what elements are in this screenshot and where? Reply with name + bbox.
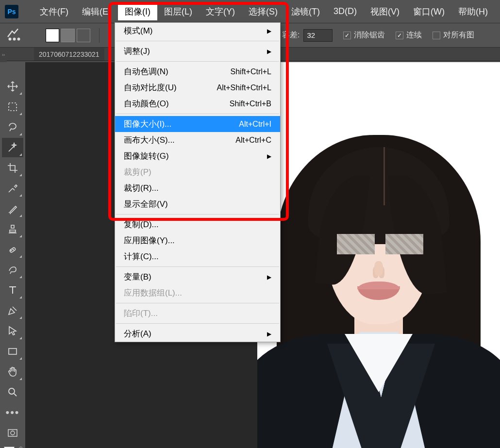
svg-rect-3 (9, 103, 17, 111)
panel-collapse-stub[interactable]: ›› (0, 48, 7, 62)
menu-item-label: 计算(C)... (124, 251, 159, 262)
checkbox-icon: ✓ (433, 32, 440, 39)
menubar: Ps 文件(F) 编辑(E) 图像(I) 图层(L) 文字(Y) 选择(S) 滤… (0, 0, 500, 23)
menu-item[interactable]: 计算(C)... (115, 249, 280, 265)
menu-item-label: 图像大小(I)... (124, 118, 171, 130)
menu-window[interactable]: 窗口(W) (406, 3, 451, 20)
menu-item-label: 图像旋转(G) (124, 150, 169, 162)
current-tool-icon[interactable] (5, 28, 22, 43)
menu-view[interactable]: 视图(V) (364, 3, 406, 20)
submenu-arrow-icon: ▶ (267, 48, 271, 55)
menu-item-label: 裁切(R)... (124, 183, 159, 194)
image-menu-dropdown: 模式(M)▶调整(J)▶自动色调(N)Shift+Ctrl+L自动对比度(U)A… (115, 22, 281, 342)
zoom-tool[interactable] (2, 382, 23, 402)
gradient-tool[interactable] (2, 260, 23, 280)
menu-item-label: 应用数据组(L)... (124, 287, 182, 299)
document-tab-title: 2017060712233021 (39, 50, 100, 58)
antialias-checkbox[interactable]: ✓ 消除锯齿 (343, 30, 385, 40)
divider (99, 28, 100, 43)
submenu-arrow-icon: ▶ (267, 153, 271, 160)
menu-item-shortcut: Shift+Ctrl+B (230, 100, 271, 108)
menu-item[interactable]: 模式(M)▶ (115, 23, 280, 39)
menu-item[interactable]: 裁切(R)... (115, 180, 280, 196)
toolbox: ••• ↶ (0, 74, 25, 448)
menu-item[interactable]: 自动对比度(U)Alt+Shift+Ctrl+L (115, 80, 280, 96)
menu-filter[interactable]: 滤镜(T) (284, 3, 327, 20)
censor-block-left (337, 234, 375, 254)
menu-item[interactable]: 自动颜色(O)Shift+Ctrl+B (115, 96, 280, 112)
menu-3d[interactable]: 3D(D) (327, 3, 364, 19)
eyedropper-tool[interactable] (2, 179, 23, 198)
quick-mask-toggle[interactable] (2, 423, 23, 443)
menu-item-label: 显示全部(V) (124, 199, 168, 210)
menu-item[interactable]: 应用图像(Y)... (115, 232, 280, 249)
checkbox-icon: ✓ (396, 32, 403, 39)
swatch-pattern[interactable] (61, 29, 75, 42)
menu-item[interactable]: 自动色调(N)Shift+Ctrl+L (115, 64, 280, 80)
svg-rect-9 (8, 430, 17, 436)
menu-select[interactable]: 选择(S) (242, 3, 284, 20)
contiguous-checkbox[interactable]: ✓ 连续 (396, 30, 422, 40)
path-selection-tool[interactable] (2, 321, 23, 341)
rectangle-tool[interactable] (2, 342, 23, 361)
swatch-pattern2[interactable] (77, 29, 90, 42)
menu-item-label: 分析(A) (124, 328, 151, 339)
svg-rect-7 (9, 348, 17, 354)
fill-swatches (46, 29, 90, 42)
menu-item-label: 变量(B) (124, 271, 151, 282)
type-tool[interactable] (2, 281, 23, 300)
antialias-label: 消除锯齿 (354, 30, 385, 40)
menu-separator (116, 323, 279, 324)
contiguous-label: 连续 (406, 30, 422, 40)
svg-point-10 (11, 431, 15, 435)
hand-tool[interactable] (2, 362, 23, 382)
brush-tool[interactable] (2, 199, 23, 218)
menu-item[interactable]: 图像旋转(G)▶ (115, 148, 280, 164)
menu-type[interactable]: 文字(Y) (199, 3, 242, 20)
svg-point-1 (14, 38, 16, 40)
tolerance-input[interactable] (303, 29, 333, 42)
app-logo: Ps (5, 5, 18, 18)
swatch-foreground[interactable] (46, 29, 59, 42)
menu-file[interactable]: 文件(F) (33, 3, 75, 20)
menu-help[interactable]: 帮助(H) (451, 3, 495, 20)
pen-tool[interactable] (2, 301, 23, 320)
menu-item-label: 自动对比度(U) (124, 82, 177, 93)
move-tool[interactable] (2, 77, 23, 96)
all-layers-label: 对所有图 (443, 30, 474, 40)
healing-tool[interactable] (2, 240, 23, 259)
checkbox-icon: ✓ (343, 32, 351, 39)
menu-item[interactable]: 分析(A)▶ (115, 326, 280, 342)
menu-item-shortcut: Alt+Ctrl+C (235, 136, 271, 145)
menu-item[interactable]: 图像大小(I)...Alt+Ctrl+I (115, 116, 280, 132)
crop-tool[interactable] (2, 158, 23, 178)
all-layers-checkbox[interactable]: ✓ 对所有图 (433, 30, 474, 40)
svg-point-5 (11, 250, 12, 251)
svg-point-0 (9, 38, 11, 40)
menu-separator (116, 266, 279, 267)
swap-colors-icon[interactable]: ↶ (18, 446, 22, 448)
svg-point-6 (13, 249, 14, 250)
marquee-tool[interactable] (2, 97, 23, 116)
lasso-tool[interactable] (2, 117, 23, 137)
submenu-arrow-icon: ▶ (267, 331, 271, 337)
menu-item[interactable]: 复制(D)... (115, 216, 280, 232)
menu-edit[interactable]: 编辑(E) (75, 3, 118, 20)
menu-item[interactable]: 画布大小(S)...Alt+Ctrl+C (115, 132, 280, 148)
menu-item[interactable]: 调整(J)▶ (115, 43, 280, 59)
menu-item[interactable]: 显示全部(V) (115, 196, 280, 212)
svg-point-2 (18, 38, 20, 40)
tolerance-label: 容差: (282, 30, 300, 40)
menu-item-label: 复制(D)... (124, 219, 159, 230)
document-tab-1[interactable]: 2017060712233021 (34, 48, 104, 61)
menu-item[interactable]: 变量(B)▶ (115, 269, 280, 285)
menu-layer[interactable]: 图层(L) (157, 3, 199, 20)
menu-image[interactable]: 图像(I) (118, 3, 157, 20)
magic-wand-tool[interactable] (2, 138, 23, 157)
stamp-tool[interactable] (2, 219, 23, 239)
menu-separator (116, 61, 279, 62)
menu-item-shortcut: Alt+Shift+Ctrl+L (217, 83, 272, 92)
more-tools[interactable]: ••• (2, 403, 23, 422)
submenu-arrow-icon: ▶ (267, 274, 271, 281)
document-canvas[interactable] (257, 62, 500, 448)
